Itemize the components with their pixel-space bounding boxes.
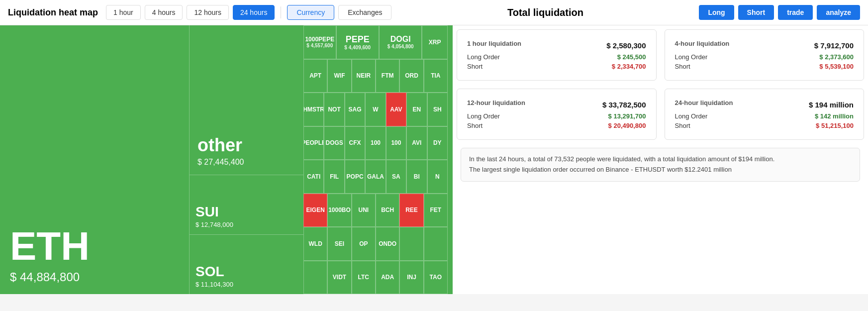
stat-24hour-main: $ 194 million [809, 101, 854, 109]
stat-card-4hour: 4-hour liquidation $ 7,912,700 Long Orde… [665, 29, 865, 81]
tile-wld: WLD [303, 227, 327, 261]
tile-en: EN [406, 93, 427, 126]
exchanges-filter-button[interactable]: Exchanges [338, 5, 391, 20]
tile-tia: TIA [424, 59, 448, 93]
stat-1hour-title: 1 hour liquidation [467, 40, 521, 47]
stat-12hour-short-label: Short [467, 122, 482, 129]
tile-ltc: LTC [352, 261, 376, 295]
tile-sag: SAG [345, 93, 365, 126]
tile-ondo: ONDO [376, 227, 399, 261]
tiles-row-7: WLD SEI OP ONDO [303, 227, 448, 261]
other-value: $ 27,445,400 [197, 158, 295, 167]
tile-vidt: VIDT [327, 261, 351, 295]
tile-people: PEOPLE [303, 126, 324, 160]
sol-block: SOL $ 11,104,300 [189, 234, 303, 294]
tile-dogi: DOGI $ 4,054,800 [379, 25, 422, 59]
tile-pepe: PEPE $ 4,409,600 [336, 25, 379, 59]
tile-sa: SA [386, 160, 406, 194]
tile-tao: TAO [424, 261, 448, 295]
tile-xrp: XRP [422, 25, 448, 59]
tiles-row-4: PEOPLE DOGS CFX 100 100 AVI DY [303, 126, 448, 160]
tile-op: OP [352, 227, 376, 261]
stat-12hour-main: $ 33,782,500 [602, 101, 646, 109]
tile-avi: AVI [406, 126, 427, 160]
tile-popc: POPC [345, 160, 365, 194]
eth-block: ETH $ 44,884,800 [0, 25, 189, 294]
tile-uni: UNI [352, 194, 376, 227]
currency-filter-button[interactable]: Currency [287, 5, 334, 20]
stat-4hour-short-val: $ 5,539,100 [819, 63, 854, 70]
tiles-row-6: EIGEN 1000BO UNI BCH REE FET [303, 194, 448, 227]
tile-fet: FET [424, 194, 448, 227]
other-label: other [197, 135, 295, 156]
long-button[interactable]: Long [699, 5, 734, 20]
tile-dogs: DOGS [324, 126, 344, 160]
stat-4hour-short-label: Short [675, 63, 690, 70]
tile-100b: 100 [386, 126, 406, 160]
main-content: ETH $ 44,884,800 other $ 27,445,400 SUI … [0, 25, 868, 294]
tile-cfx: CFX [345, 126, 365, 160]
stat-4hour-long-label: Long Order [675, 53, 708, 61]
tile-bi: BI [406, 160, 427, 194]
page-title: Liquidation heat map [8, 7, 98, 18]
stat-1hour-short-val: $ 2,334,700 [612, 63, 646, 70]
tile-aav: AAV [386, 93, 406, 126]
short-button[interactable]: Short [738, 5, 774, 20]
tile-bch: BCH [376, 194, 399, 227]
tile-not: NOT [324, 93, 344, 126]
tile-neir: NEIR [352, 59, 376, 93]
time-24hours-button[interactable]: 24 hours [233, 5, 275, 20]
time-1hour-button[interactable]: 1 hour [106, 5, 141, 20]
sui-value: $ 12,748,000 [195, 221, 297, 228]
stat-4hour-long-val: $ 2,373,600 [819, 53, 854, 61]
summary-line2: The largest single liquidation order occ… [469, 165, 852, 175]
time-12hours-button[interactable]: 12 hours [187, 5, 228, 20]
top-bar: Liquidation heat map 1 hour 4 hours 12 h… [0, 0, 868, 25]
stat-card-24hour: 24-hour liquidation $ 194 million Long O… [665, 89, 865, 140]
tile-hmstr: HMSTR [303, 93, 324, 126]
tiles-row-5: CATI FIL POPC GALA SA BI N [303, 160, 448, 194]
stats-grid: 1 hour liquidation $ 2,580,300 Long Orde… [453, 25, 868, 144]
tile-ree: REE [399, 194, 423, 227]
stat-1hour-main: $ 2,580,300 [606, 41, 646, 50]
summary-line1: In the last 24 hours, a total of 73,532 … [469, 154, 852, 165]
stat-12hour-title: 12-hour liquidation [467, 99, 525, 106]
tile-ftm: FTM [376, 59, 399, 93]
tile-1000pepe: 1000PEPE $ 4,557,600 [303, 25, 336, 59]
sol-label: SOL [195, 264, 297, 280]
tiles-row-2: APT WIF NEIR FTM ORD TIA [303, 59, 448, 93]
tile-eigen: EIGEN [303, 194, 327, 227]
eth-label: ETH [10, 226, 179, 266]
total-liquidation-header: Total liquidation [507, 7, 583, 18]
sol-value: $ 11,104,300 [195, 281, 297, 288]
tiles-row-8: VIDT LTC ADA INJ TAO [303, 261, 448, 295]
tile-ord: ORD [399, 59, 423, 93]
trade-button[interactable]: trade [778, 5, 813, 20]
tile-gala: GALA [365, 160, 386, 194]
tile-ada: ADA [376, 261, 399, 295]
right-panel: 1 hour liquidation $ 2,580,300 Long Orde… [453, 25, 868, 294]
tile-inj: INJ [399, 261, 423, 295]
time-4hours-button[interactable]: 4 hours [145, 5, 183, 20]
stat-24hour-long-val: $ 142 million [815, 112, 854, 120]
tiles-col: 1000PEPE $ 4,557,600 PEPE $ 4,409,600 DO… [303, 25, 448, 294]
stat-card-12hour: 12-hour liquidation $ 33,782,500 Long Or… [457, 89, 657, 140]
tile-empty3 [303, 261, 327, 295]
tile-sei: SEI [327, 227, 351, 261]
tile-w: W [365, 93, 386, 126]
eth-value: $ 44,884,800 [10, 270, 179, 284]
stat-12hour-long-val: $ 13,291,700 [608, 112, 646, 120]
tiles-row-3: HMSTR NOT SAG W AAV EN SH [303, 93, 448, 126]
stat-24hour-title: 24-hour liquidation [675, 99, 733, 106]
tile-sh: SH [427, 93, 448, 126]
analyze-button[interactable]: analyze [817, 5, 860, 20]
stat-1hour-long-label: Long Order [467, 53, 500, 61]
stat-12hour-short-val: $ 20,490,800 [608, 122, 646, 129]
stat-24hour-short-label: Short [675, 122, 690, 129]
tile-empty1 [399, 227, 423, 261]
mid-col: other $ 27,445,400 SUI $ 12,748,000 SOL … [189, 25, 303, 294]
summary-box: In the last 24 hours, a total of 73,532 … [461, 148, 860, 182]
heatmap: ETH $ 44,884,800 other $ 27,445,400 SUI … [0, 25, 453, 294]
stat-4hour-main: $ 7,912,700 [814, 41, 854, 50]
tile-fil: FIL [324, 160, 344, 194]
